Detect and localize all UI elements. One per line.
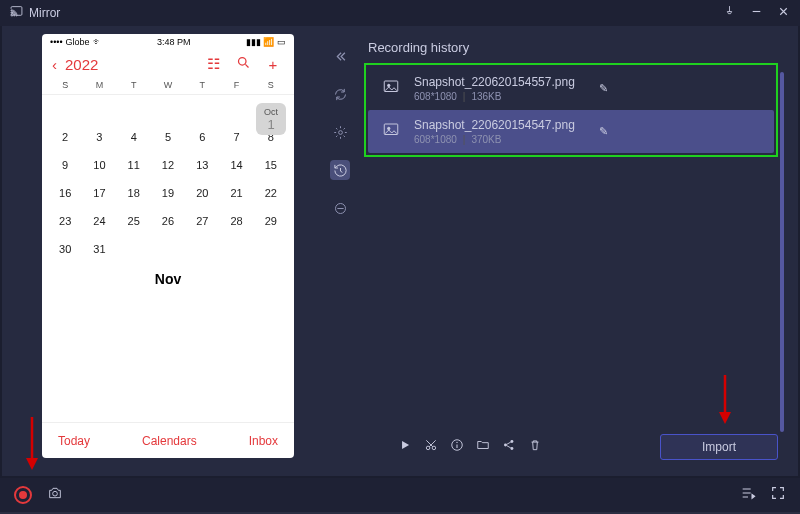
calendar-year[interactable]: 2022 [65, 56, 98, 73]
file-meta: 608*1080|136KB [414, 91, 575, 102]
file-name: Snapshot_220620154557.png [414, 75, 575, 89]
history-panel: Recording history Snapshot_220620154557.… [358, 26, 798, 476]
cast-icon [10, 5, 23, 21]
edit-icon[interactable]: ✎ [599, 125, 608, 138]
collapse-icon[interactable] [330, 46, 350, 66]
history-icon[interactable] [330, 160, 350, 180]
history-list: Snapshot_220620154557.png608*1080|136KB … [364, 63, 778, 157]
scrollbar[interactable] [780, 72, 784, 432]
inbox-button[interactable]: Inbox [249, 434, 278, 448]
calendar-header: ‹ 2022 ☷ + [42, 50, 294, 78]
info-icon[interactable] [450, 438, 464, 456]
titlebar: Mirror [0, 0, 800, 26]
calendar-month-label-nov[interactable]: Nov [48, 263, 288, 289]
svg-point-3 [338, 130, 342, 134]
remove-icon[interactable] [330, 198, 350, 218]
image-icon [380, 121, 402, 142]
today-button[interactable]: Today [58, 434, 90, 448]
settings-icon[interactable] [330, 122, 350, 142]
app-title: Mirror [29, 6, 723, 20]
close-icon[interactable] [777, 5, 790, 21]
month-tag-oct[interactable]: Oct 1 [256, 103, 286, 135]
cut-icon[interactable] [424, 438, 438, 456]
pin-icon[interactable] [723, 5, 736, 21]
image-icon [380, 78, 402, 99]
snapshot-button[interactable] [46, 485, 64, 505]
history-item[interactable]: Snapshot_220620154557.png608*1080|136KB … [368, 67, 774, 110]
fullscreen-icon[interactable] [770, 485, 786, 505]
file-name: Snapshot_220620154547.png [414, 118, 575, 132]
svg-line-2 [245, 64, 248, 67]
record-button[interactable] [14, 486, 32, 504]
play-icon[interactable] [398, 438, 412, 456]
share-icon[interactable] [502, 438, 516, 456]
svg-rect-0 [753, 11, 761, 12]
minimize-icon[interactable] [750, 5, 763, 21]
calendars-button[interactable]: Calendars [142, 434, 197, 448]
svg-point-1 [238, 58, 246, 66]
calendar-grid-nov[interactable]: ....... [48, 289, 288, 317]
bottom-bar [0, 478, 800, 512]
phone-screen: ••••Globeᯤ 3:48 PM ▮▮▮ 📶 ▭ ‹ 2022 ☷ + SM… [42, 34, 294, 458]
back-icon[interactable]: ‹ [52, 56, 57, 73]
phone-mirror-panel: ••••Globeᯤ 3:48 PM ▮▮▮ 📶 ▭ ‹ 2022 ☷ + SM… [2, 26, 322, 476]
calendar-dayofweek-row: SMTWTFS [42, 78, 294, 95]
svg-point-18 [53, 491, 58, 496]
panel-title: Recording history [364, 40, 778, 55]
search-icon[interactable] [232, 55, 254, 73]
main-area: ••••Globeᯤ 3:48 PM ▮▮▮ 📶 ▭ ‹ 2022 ☷ + SM… [0, 26, 800, 478]
import-button[interactable]: Import [660, 434, 778, 460]
right-panel: Recording history Snapshot_220620154557.… [322, 26, 798, 476]
calendar-grid-oct[interactable]: ......1234567891011121314151617181920212… [48, 95, 288, 263]
refresh-icon[interactable] [330, 84, 350, 104]
calendar-bottom-bar: Today Calendars Inbox [42, 422, 294, 458]
side-toolbar [322, 26, 358, 476]
phone-time: 3:48 PM [157, 37, 191, 47]
history-item[interactable]: Snapshot_220620154547.png608*1080|370KB … [368, 110, 774, 153]
action-toolbar [398, 438, 542, 456]
view-mode-icon[interactable]: ☷ [202, 55, 224, 73]
add-icon[interactable]: + [262, 56, 284, 73]
file-meta: 608*1080|370KB [414, 134, 575, 145]
phone-statusbar: ••••Globeᯤ 3:48 PM ▮▮▮ 📶 ▭ [42, 34, 294, 50]
folder-icon[interactable] [476, 438, 490, 456]
edit-icon[interactable]: ✎ [599, 82, 608, 95]
svg-point-14 [456, 442, 457, 443]
playlist-icon[interactable] [740, 485, 756, 505]
delete-icon[interactable] [528, 438, 542, 456]
